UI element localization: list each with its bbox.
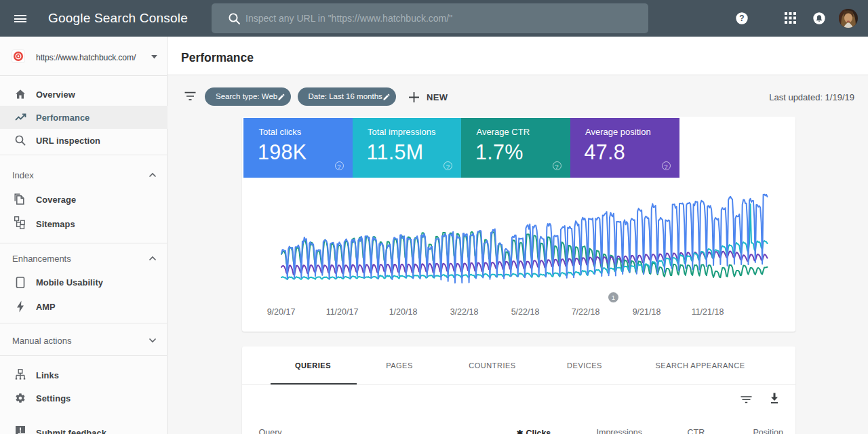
svg-text:?: ?	[739, 14, 744, 23]
